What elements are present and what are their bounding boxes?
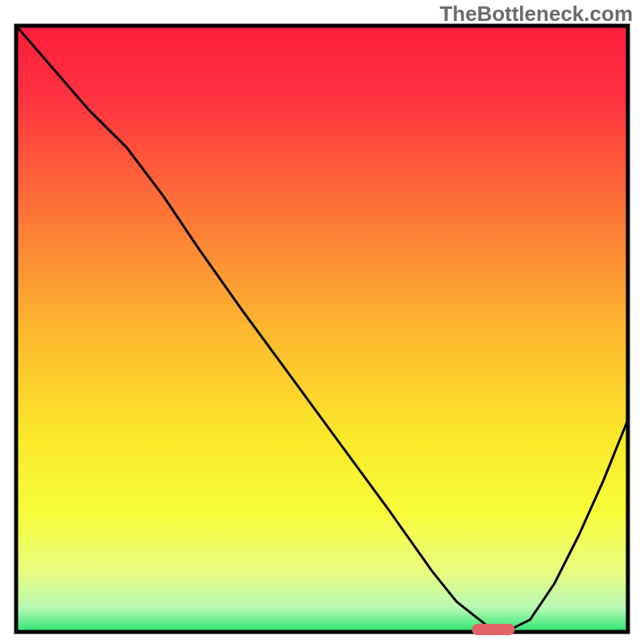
watermark-text: TheBottleneck.com bbox=[440, 2, 633, 27]
chart-container: TheBottleneck.com bbox=[0, 0, 644, 644]
bottleneck-chart bbox=[0, 0, 644, 644]
operating-point-marker bbox=[472, 624, 514, 635]
plot-background bbox=[16, 26, 628, 632]
